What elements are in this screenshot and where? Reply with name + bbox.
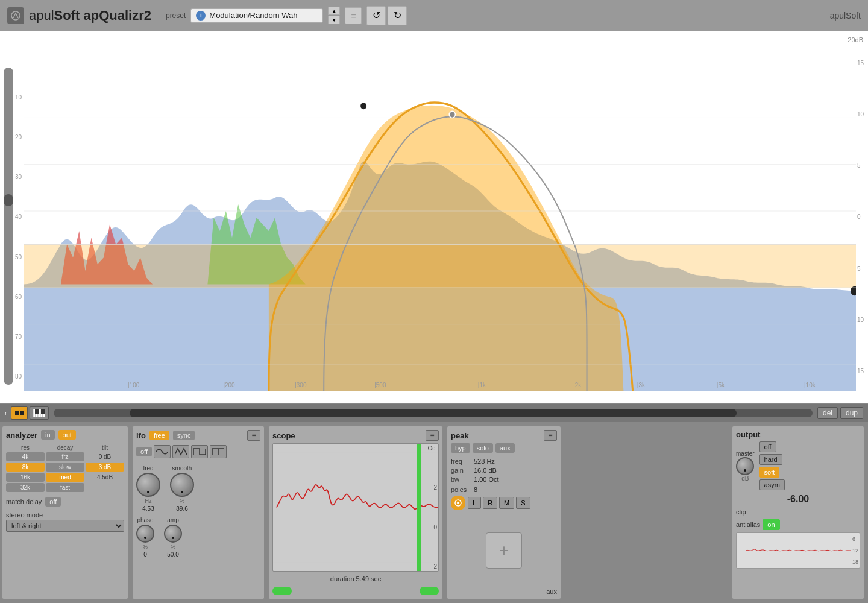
eq-control-point-2[interactable] bbox=[449, 111, 455, 118]
lfo-amp-knob[interactable] bbox=[164, 525, 182, 543]
lfo-waveforms: off bbox=[136, 445, 260, 458]
peak-channel-s[interactable]: S bbox=[516, 497, 530, 509]
preset-label: preset bbox=[166, 11, 186, 20]
scope-green-bar bbox=[417, 444, 421, 571]
info-icon[interactable]: i bbox=[196, 11, 206, 21]
preset-down-button[interactable]: ▼ bbox=[328, 16, 340, 24]
scope-title: scope ≡ bbox=[272, 430, 439, 441]
eq-display[interactable]: 20dB - 10 20 30 40 50 60 70 80 15 10 5 0… bbox=[0, 31, 868, 404]
lfo-phase-knob[interactable] bbox=[136, 525, 154, 543]
antialias-on-button[interactable]: on bbox=[763, 519, 779, 530]
scope-display[interactable]: Oct 2 0 2 bbox=[272, 443, 439, 572]
output-hard-button[interactable]: hard bbox=[760, 454, 782, 465]
master-db-unit: dB bbox=[741, 475, 749, 482]
eq-analyzer-area[interactable]: |100 |200 |300 |500 |1k |2k |3k |5k |10k bbox=[24, 31, 856, 391]
scrollbar-thumb[interactable] bbox=[130, 409, 737, 417]
waveform-btn-1[interactable] bbox=[11, 406, 28, 420]
scope-green-btn-left[interactable] bbox=[272, 587, 292, 595]
peak-solo-button[interactable]: solo bbox=[473, 443, 493, 453]
res-8k-button[interactable]: 8k bbox=[6, 463, 45, 472]
decay-fast-button[interactable]: fast bbox=[46, 483, 84, 492]
lfo-phase-group: phase % 0 bbox=[136, 517, 154, 558]
lfo-off-button[interactable]: off bbox=[136, 447, 152, 456]
analyzer-panel: analyzer in out res decay tilt 4k frz 0 … bbox=[2, 426, 128, 599]
res-32k-button[interactable]: 32k bbox=[6, 483, 45, 492]
peak-freq-row: freq 528 Hz bbox=[451, 458, 557, 465]
preset-menu-button[interactable]: ≡ bbox=[345, 7, 362, 24]
peak-poles-value: 8 bbox=[474, 486, 477, 493]
output-title: output bbox=[736, 430, 860, 439]
piano-btn[interactable] bbox=[30, 406, 49, 420]
freq-500: |500 bbox=[374, 382, 386, 388]
scope-green-btn-right[interactable] bbox=[420, 587, 439, 595]
del-button[interactable]: del bbox=[817, 407, 838, 419]
decay-slow-button[interactable]: slow bbox=[46, 463, 84, 472]
output-master-knob-area: master dB bbox=[736, 450, 755, 482]
stereo-mode-row: stereo mode left & right bbox=[6, 511, 124, 532]
decay-med-button[interactable]: med bbox=[46, 473, 84, 482]
scrollbar-track[interactable] bbox=[54, 409, 813, 417]
stereo-mode-select[interactable]: left & right bbox=[6, 520, 124, 532]
master-knob[interactable] bbox=[736, 457, 754, 475]
output-panel: output master dB off hard bbox=[732, 426, 864, 599]
tilt-3db-button[interactable]: 3 dB bbox=[86, 463, 124, 472]
eq-control-point-1[interactable] bbox=[360, 102, 367, 110]
output-db-value: -6.00 bbox=[736, 494, 860, 505]
tilt-header: tilt bbox=[86, 444, 124, 451]
peak-channel-m[interactable]: M bbox=[499, 497, 514, 509]
lfo-ramp-button[interactable] bbox=[210, 445, 227, 458]
freq-2k: |2k bbox=[573, 382, 581, 388]
peak-add-button[interactable]: + bbox=[486, 532, 522, 569]
output-off-button[interactable]: off bbox=[760, 441, 776, 452]
svg-rect-12 bbox=[273, 452, 438, 563]
scope-2-bot: 2 bbox=[421, 563, 438, 570]
peak-byp-button[interactable]: byp bbox=[451, 443, 470, 453]
analyzer-out-button[interactable]: out bbox=[58, 430, 76, 440]
lfo-sine-button[interactable] bbox=[154, 445, 171, 458]
phase-value: 0 bbox=[143, 551, 147, 558]
preset-up-button[interactable]: ▲ bbox=[328, 7, 340, 15]
redo-button[interactable]: ↻ bbox=[388, 6, 407, 25]
center-gap bbox=[563, 422, 730, 603]
antialias-label: antialias bbox=[736, 521, 760, 528]
lfo-freq-knob[interactable] bbox=[136, 473, 160, 497]
peak-link-button[interactable] bbox=[451, 496, 465, 510]
dup-button[interactable]: dup bbox=[840, 407, 863, 419]
lfo-tri-button[interactable] bbox=[172, 445, 189, 458]
lfo-smooth-knob[interactable] bbox=[170, 473, 194, 497]
freq-300: |300 bbox=[295, 382, 306, 388]
peak-channel-l[interactable]: L bbox=[468, 497, 481, 509]
output-soft-button[interactable]: soft bbox=[760, 467, 780, 478]
phase-unit: % bbox=[143, 544, 148, 550]
freq-unit: Hz bbox=[145, 498, 152, 504]
scrollbar-area: r bbox=[0, 404, 868, 422]
match-delay-value[interactable]: off bbox=[45, 497, 61, 507]
lfo-square-button[interactable] bbox=[191, 445, 208, 458]
eq-svg-canvas bbox=[24, 31, 856, 391]
res-4k-button[interactable]: 4k bbox=[6, 452, 45, 461]
peak-bw-label: bw bbox=[451, 476, 471, 483]
undo-redo-group: ↺ ↻ bbox=[366, 6, 407, 25]
res-16k-button[interactable]: 16k bbox=[6, 473, 45, 482]
lfo-free-button[interactable]: free bbox=[149, 431, 169, 440]
peak-menu-button[interactable]: ≡ bbox=[544, 430, 557, 441]
freq-1k: |1k bbox=[478, 382, 486, 388]
app-name: apulSoft apQualizr2 bbox=[29, 8, 151, 24]
peak-aux-button[interactable]: aux bbox=[495, 443, 515, 453]
analyzer-in-button[interactable]: in bbox=[41, 430, 55, 440]
lfo-sync-button[interactable]: sync bbox=[173, 431, 195, 440]
lfo-menu-button[interactable]: ≡ bbox=[247, 430, 260, 441]
output-btn-row-1: off bbox=[760, 441, 785, 452]
peak-aux-bottom: aux bbox=[451, 588, 557, 595]
decay-frz-button[interactable]: frz bbox=[46, 452, 84, 461]
scope-menu-button[interactable]: ≡ bbox=[426, 430, 439, 441]
freq-3k: |3k bbox=[637, 382, 645, 388]
peak-channel-r[interactable]: R bbox=[483, 497, 497, 509]
antialias-row: antialias on bbox=[736, 519, 860, 530]
output-scope-svg bbox=[737, 533, 860, 568]
undo-button[interactable]: ↺ bbox=[366, 6, 386, 25]
output-mini-scope: 6 12 18 bbox=[736, 532, 860, 569]
eq-vertical-slider[interactable] bbox=[4, 68, 13, 385]
output-btn-row-4: asym bbox=[760, 479, 785, 490]
output-asym-button[interactable]: asym bbox=[760, 479, 785, 490]
